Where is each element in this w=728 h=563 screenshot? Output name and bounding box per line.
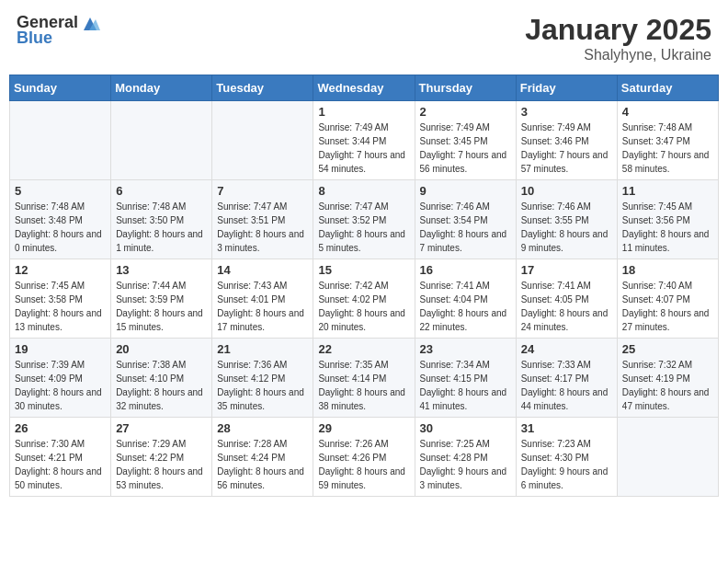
location-subtitle: Shalyhyne, Ukraine <box>525 47 711 63</box>
calendar-cell: 27Sunrise: 7:29 AM Sunset: 4:22 PM Dayli… <box>111 418 212 497</box>
weekday-header: Tuesday <box>212 75 313 101</box>
day-number: 8 <box>318 184 409 198</box>
day-number: 15 <box>318 263 409 277</box>
day-info: Sunrise: 7:32 AM Sunset: 4:19 PM Dayligh… <box>622 358 713 413</box>
day-number: 29 <box>318 421 409 435</box>
weekday-header: Wednesday <box>313 75 415 101</box>
day-number: 9 <box>420 184 511 198</box>
calendar-cell: 28Sunrise: 7:28 AM Sunset: 4:24 PM Dayli… <box>212 418 313 497</box>
day-info: Sunrise: 7:47 AM Sunset: 3:52 PM Dayligh… <box>318 200 409 255</box>
day-number: 5 <box>15 184 106 198</box>
calendar-cell: 16Sunrise: 7:41 AM Sunset: 4:04 PM Dayli… <box>415 259 516 339</box>
day-info: Sunrise: 7:41 AM Sunset: 4:04 PM Dayligh… <box>420 279 511 334</box>
day-info: Sunrise: 7:34 AM Sunset: 4:15 PM Dayligh… <box>420 358 511 413</box>
weekday-header: Sunday <box>10 75 111 101</box>
day-number: 1 <box>318 105 409 119</box>
calendar-cell: 20Sunrise: 7:38 AM Sunset: 4:10 PM Dayli… <box>111 339 212 418</box>
calendar-cell: 15Sunrise: 7:42 AM Sunset: 4:02 PM Dayli… <box>313 259 415 339</box>
calendar-week-row: 12Sunrise: 7:45 AM Sunset: 3:58 PM Dayli… <box>10 259 719 339</box>
calendar-table: SundayMondayTuesdayWednesdayThursdayFrid… <box>9 75 719 497</box>
weekday-header: Saturday <box>617 75 718 101</box>
day-number: 19 <box>15 342 106 356</box>
day-number: 20 <box>116 342 207 356</box>
day-info: Sunrise: 7:40 AM Sunset: 4:07 PM Dayligh… <box>622 279 713 334</box>
month-title: January 2025 <box>525 13 711 47</box>
calendar-cell: 21Sunrise: 7:36 AM Sunset: 4:12 PM Dayli… <box>212 339 313 418</box>
weekday-header: Monday <box>111 75 212 101</box>
page-header: General Blue January 2025 Shalyhyne, Ukr… <box>9 9 719 67</box>
calendar-cell <box>212 101 313 180</box>
day-number: 22 <box>318 342 409 356</box>
day-info: Sunrise: 7:45 AM Sunset: 3:56 PM Dayligh… <box>622 200 713 255</box>
day-info: Sunrise: 7:30 AM Sunset: 4:21 PM Dayligh… <box>15 437 106 492</box>
day-info: Sunrise: 7:36 AM Sunset: 4:12 PM Dayligh… <box>217 358 308 413</box>
calendar-cell: 17Sunrise: 7:41 AM Sunset: 4:05 PM Dayli… <box>516 259 617 339</box>
day-info: Sunrise: 7:23 AM Sunset: 4:30 PM Dayligh… <box>521 437 612 492</box>
calendar-week-row: 1Sunrise: 7:49 AM Sunset: 3:44 PM Daylig… <box>10 101 719 180</box>
calendar-cell: 23Sunrise: 7:34 AM Sunset: 4:15 PM Dayli… <box>415 339 516 418</box>
calendar-cell: 14Sunrise: 7:43 AM Sunset: 4:01 PM Dayli… <box>212 259 313 339</box>
day-info: Sunrise: 7:49 AM Sunset: 3:45 PM Dayligh… <box>420 121 511 176</box>
calendar-cell: 3Sunrise: 7:49 AM Sunset: 3:46 PM Daylig… <box>516 101 617 180</box>
calendar-cell: 18Sunrise: 7:40 AM Sunset: 4:07 PM Dayli… <box>617 259 718 339</box>
calendar-week-row: 19Sunrise: 7:39 AM Sunset: 4:09 PM Dayli… <box>10 339 719 418</box>
day-info: Sunrise: 7:45 AM Sunset: 3:58 PM Dayligh… <box>15 279 106 334</box>
calendar-week-row: 26Sunrise: 7:30 AM Sunset: 4:21 PM Dayli… <box>10 418 719 497</box>
calendar-cell: 4Sunrise: 7:48 AM Sunset: 3:47 PM Daylig… <box>617 101 718 180</box>
day-info: Sunrise: 7:41 AM Sunset: 4:05 PM Dayligh… <box>521 279 612 334</box>
weekday-header: Friday <box>516 75 617 101</box>
calendar-cell: 12Sunrise: 7:45 AM Sunset: 3:58 PM Dayli… <box>10 259 111 339</box>
calendar-cell: 8Sunrise: 7:47 AM Sunset: 3:52 PM Daylig… <box>313 180 415 259</box>
day-number: 16 <box>420 263 511 277</box>
title-block: January 2025 Shalyhyne, Ukraine <box>525 13 711 63</box>
calendar-cell: 5Sunrise: 7:48 AM Sunset: 3:48 PM Daylig… <box>10 180 111 259</box>
day-info: Sunrise: 7:35 AM Sunset: 4:14 PM Dayligh… <box>318 358 409 413</box>
day-info: Sunrise: 7:28 AM Sunset: 4:24 PM Dayligh… <box>217 437 308 492</box>
day-info: Sunrise: 7:46 AM Sunset: 3:54 PM Dayligh… <box>420 200 511 255</box>
calendar-cell: 25Sunrise: 7:32 AM Sunset: 4:19 PM Dayli… <box>617 339 718 418</box>
day-info: Sunrise: 7:49 AM Sunset: 3:46 PM Dayligh… <box>521 121 612 176</box>
calendar-cell: 1Sunrise: 7:49 AM Sunset: 3:44 PM Daylig… <box>313 101 415 180</box>
calendar-cell: 6Sunrise: 7:48 AM Sunset: 3:50 PM Daylig… <box>111 180 212 259</box>
calendar-cell: 30Sunrise: 7:25 AM Sunset: 4:28 PM Dayli… <box>415 418 516 497</box>
day-info: Sunrise: 7:43 AM Sunset: 4:01 PM Dayligh… <box>217 279 308 334</box>
logo-icon <box>80 14 100 32</box>
day-number: 23 <box>420 342 511 356</box>
day-number: 27 <box>116 421 207 435</box>
day-number: 31 <box>521 421 612 435</box>
day-info: Sunrise: 7:48 AM Sunset: 3:50 PM Dayligh… <box>116 200 207 255</box>
calendar-cell <box>111 101 212 180</box>
day-info: Sunrise: 7:44 AM Sunset: 3:59 PM Dayligh… <box>116 279 207 334</box>
weekday-header-row: SundayMondayTuesdayWednesdayThursdayFrid… <box>10 75 719 101</box>
day-number: 28 <box>217 421 308 435</box>
day-number: 10 <box>521 184 612 198</box>
calendar-week-row: 5Sunrise: 7:48 AM Sunset: 3:48 PM Daylig… <box>10 180 719 259</box>
day-info: Sunrise: 7:47 AM Sunset: 3:51 PM Dayligh… <box>217 200 308 255</box>
day-number: 21 <box>217 342 308 356</box>
calendar-cell: 22Sunrise: 7:35 AM Sunset: 4:14 PM Dayli… <box>313 339 415 418</box>
calendar-cell: 9Sunrise: 7:46 AM Sunset: 3:54 PM Daylig… <box>415 180 516 259</box>
day-number: 14 <box>217 263 308 277</box>
calendar-cell: 26Sunrise: 7:30 AM Sunset: 4:21 PM Dayli… <box>10 418 111 497</box>
day-number: 13 <box>116 263 207 277</box>
day-info: Sunrise: 7:49 AM Sunset: 3:44 PM Dayligh… <box>318 121 409 176</box>
day-number: 11 <box>622 184 713 198</box>
calendar-cell <box>617 418 718 497</box>
day-number: 18 <box>622 263 713 277</box>
day-info: Sunrise: 7:29 AM Sunset: 4:22 PM Dayligh… <box>116 437 207 492</box>
day-number: 2 <box>420 105 511 119</box>
day-info: Sunrise: 7:25 AM Sunset: 4:28 PM Dayligh… <box>420 437 511 492</box>
logo: General Blue <box>17 13 100 48</box>
day-number: 26 <box>15 421 106 435</box>
calendar-cell <box>10 101 111 180</box>
day-number: 3 <box>521 105 612 119</box>
day-info: Sunrise: 7:26 AM Sunset: 4:26 PM Dayligh… <box>318 437 409 492</box>
day-number: 6 <box>116 184 207 198</box>
calendar-cell: 11Sunrise: 7:45 AM Sunset: 3:56 PM Dayli… <box>617 180 718 259</box>
calendar-cell: 29Sunrise: 7:26 AM Sunset: 4:26 PM Dayli… <box>313 418 415 497</box>
calendar-cell: 19Sunrise: 7:39 AM Sunset: 4:09 PM Dayli… <box>10 339 111 418</box>
day-number: 17 <box>521 263 612 277</box>
calendar-cell: 10Sunrise: 7:46 AM Sunset: 3:55 PM Dayli… <box>516 180 617 259</box>
day-number: 25 <box>622 342 713 356</box>
calendar-cell: 31Sunrise: 7:23 AM Sunset: 4:30 PM Dayli… <box>516 418 617 497</box>
